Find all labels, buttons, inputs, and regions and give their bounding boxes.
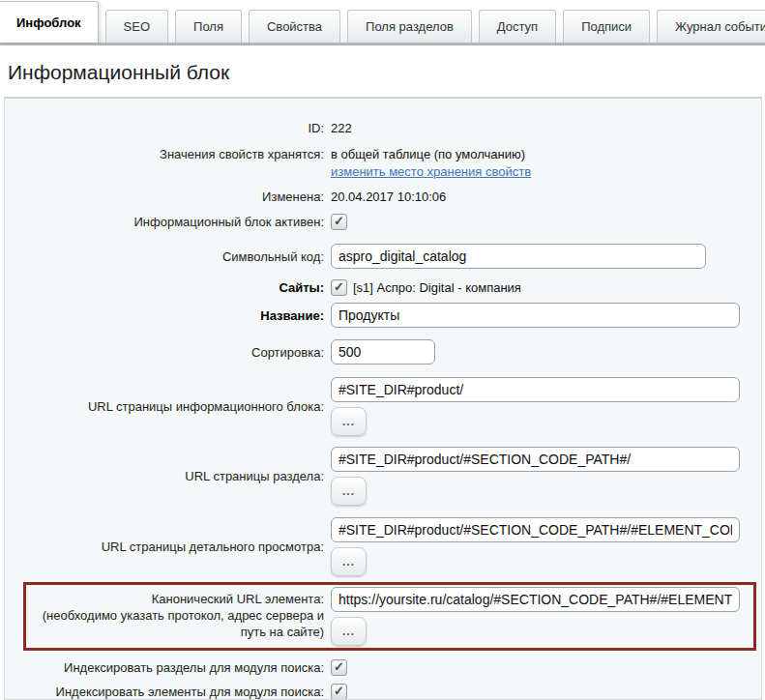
field-row-id: ID: 222 bbox=[5, 120, 761, 136]
section-url-browse-button[interactable]: ... bbox=[331, 477, 367, 506]
tab-captions[interactable]: Подписи bbox=[563, 10, 650, 43]
field-row-modified: Изменена: 20.04.2017 10:10:06 bbox=[5, 189, 761, 205]
code-label: Символьный код: bbox=[5, 248, 324, 265]
form-panel: ID: 222 Значения свойств хранятся: в общ… bbox=[4, 97, 762, 700]
field-row-storage: Значения свойств хранятся: в общей табли… bbox=[5, 146, 761, 180]
sort-input[interactable] bbox=[331, 339, 435, 365]
sort-label: Сортировка: bbox=[5, 344, 324, 361]
field-row-sites: Сайты: ✓ [s1] Аспро: Digital - компания bbox=[5, 279, 761, 296]
name-input[interactable] bbox=[331, 303, 740, 328]
tab-seo[interactable]: SEO bbox=[105, 10, 168, 43]
id-label: ID: bbox=[5, 120, 324, 136]
modified-value: 20.04.2017 10:10:06 bbox=[331, 189, 446, 205]
tab-section-fields[interactable]: Поля разделов bbox=[347, 10, 472, 43]
tab-bar: Инфоблок SEO Поля Свойства Поля разделов… bbox=[0, 0, 765, 45]
tab-fields[interactable]: Поля bbox=[175, 10, 242, 43]
site-s1-label: [s1] Аспро: Digital - компания bbox=[353, 279, 521, 296]
modified-label: Изменена: bbox=[5, 189, 324, 205]
canonical-url-note-line2: путь на сайте) bbox=[26, 624, 324, 640]
check-icon: ✓ bbox=[334, 660, 344, 673]
canonical-url-highlight-box: Канонический URL элемента: (необходимо у… bbox=[23, 582, 756, 651]
tab-event-log[interactable]: Журнал событий bbox=[657, 10, 765, 43]
index-sections-checkbox[interactable]: ✓ bbox=[331, 659, 347, 676]
field-row-section-url: URL страницы раздела: ... bbox=[5, 447, 761, 506]
id-value: 222 bbox=[331, 120, 352, 136]
storage-value: в общей таблице (по умолчанию) bbox=[331, 146, 531, 162]
site-s1-checkbox[interactable]: ✓ bbox=[331, 279, 347, 296]
field-row-index-sections: Индексировать разделы для модуля поиска:… bbox=[5, 659, 761, 676]
check-icon: ✓ bbox=[334, 215, 344, 227]
infoblock-edit-screen: Инфоблок SEO Поля Свойства Поля разделов… bbox=[0, 0, 765, 700]
symbolic-code-input[interactable] bbox=[331, 244, 706, 269]
index-elements-checkbox[interactable]: ✓ bbox=[331, 684, 347, 700]
list-url-input[interactable] bbox=[331, 377, 740, 402]
index-elements-label: Индексировать элементы для модуля поиска… bbox=[5, 684, 324, 700]
field-row-name: Название: bbox=[5, 303, 761, 328]
section-url-input[interactable] bbox=[331, 447, 740, 472]
active-value: ✓ bbox=[331, 214, 347, 230]
canonical-url-label: Канонический URL элемента: bbox=[26, 591, 324, 607]
field-row-code: Символьный код: bbox=[5, 244, 761, 269]
tab-access[interactable]: Доступ bbox=[479, 10, 556, 43]
field-row-list-url: URL страницы информационного блока: ... bbox=[5, 377, 761, 436]
sites-label: Сайты: bbox=[5, 279, 324, 296]
storage-label: Значения свойств хранятся: bbox=[5, 146, 324, 162]
field-row-sort: Сортировка: bbox=[5, 339, 761, 365]
change-storage-link[interactable]: изменить место хранения свойств bbox=[331, 163, 531, 180]
detail-url-input[interactable] bbox=[331, 517, 740, 542]
detail-url-label: URL страницы детального просмотра: bbox=[5, 539, 324, 555]
tab-infoblock[interactable]: Инфоблок bbox=[0, 1, 99, 43]
active-checkbox[interactable]: ✓ bbox=[331, 214, 347, 230]
canonical-url-browse-button[interactable]: ... bbox=[331, 617, 367, 646]
canonical-url-input[interactable] bbox=[331, 587, 740, 612]
field-row-index-elements: Индексировать элементы для модуля поиска… bbox=[5, 684, 761, 700]
check-icon: ✓ bbox=[334, 280, 344, 293]
detail-url-browse-button[interactable]: ... bbox=[331, 547, 367, 576]
tab-properties[interactable]: Свойства bbox=[249, 10, 340, 43]
page-title: Информационный блок bbox=[8, 60, 765, 85]
canonical-url-note-line1: (необходимо указать протокол, адрес серв… bbox=[26, 607, 324, 624]
name-label: Название: bbox=[5, 307, 324, 324]
field-row-canonical-url: Канонический URL элемента: (необходимо у… bbox=[26, 587, 753, 646]
field-row-detail-url: URL страницы детального просмотра: ... bbox=[5, 517, 761, 576]
check-icon: ✓ bbox=[334, 685, 344, 697]
storage-value-block: в общей таблице (по умолчанию) изменить … bbox=[331, 146, 531, 180]
list-url-label: URL страницы информационного блока: bbox=[5, 398, 324, 415]
active-label: Информационный блок активен: bbox=[5, 214, 324, 230]
index-sections-label: Индексировать разделы для модуля поиска: bbox=[5, 659, 324, 676]
section-url-label: URL страницы раздела: bbox=[5, 468, 324, 484]
field-row-active: Информационный блок активен: ✓ bbox=[5, 214, 761, 230]
list-url-browse-button[interactable]: ... bbox=[331, 407, 367, 436]
canonical-url-label-block: Канонический URL элемента: (необходимо у… bbox=[26, 587, 324, 640]
